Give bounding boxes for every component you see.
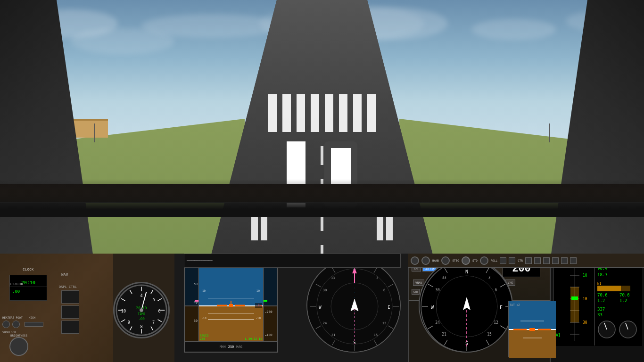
pfd-speed-tape: 80 60 40 30 bbox=[185, 259, 199, 352]
svg-text:1.2: 1.2 bbox=[619, 298, 627, 303]
stb-btn[interactable]: STB bbox=[412, 289, 420, 295]
small-btn-2[interactable] bbox=[509, 257, 515, 264]
pitch-line-5up bbox=[208, 298, 254, 298]
knob-5[interactable] bbox=[480, 256, 488, 265]
svg-text:18.7: 18.7 bbox=[597, 272, 608, 277]
cdu-btn-2[interactable] bbox=[61, 305, 79, 319]
svg-text:6: 6 bbox=[383, 288, 385, 292]
cdu-left bbox=[61, 290, 79, 334]
right-instruments: A/T ARM IAS MACH HDG / TRK 200 360 bbox=[408, 254, 644, 362]
svg-text:6: 6 bbox=[158, 309, 160, 313]
dspl-ctrl-label: DSPL CTRL bbox=[59, 285, 77, 289]
svg-text:1.2: 1.2 bbox=[597, 298, 605, 303]
small-btn-4[interactable] bbox=[534, 257, 541, 264]
svg-text:10: 10 bbox=[121, 309, 126, 313]
pfd: 10 10 -10 -10 bbox=[184, 258, 278, 353]
svg-text:7: 7 bbox=[152, 320, 155, 325]
svg-text:33: 33 bbox=[597, 313, 603, 317]
high-label: HIGH bbox=[29, 316, 35, 319]
svg-text:30: 30 bbox=[583, 321, 587, 325]
svg-rect-125 bbox=[509, 329, 556, 358]
small-btn-1[interactable] bbox=[500, 257, 506, 264]
knob-foot[interactable] bbox=[12, 321, 20, 328]
nav-label: NAV bbox=[61, 273, 68, 277]
knob-3[interactable] bbox=[441, 256, 450, 265]
small-btn-6[interactable] bbox=[552, 257, 559, 264]
svg-rect-112 bbox=[597, 286, 621, 291]
asi-gauge: 4 5 6 7 8 9 10 20.10 TIME .00 bbox=[113, 282, 170, 338]
knob-heater[interactable] bbox=[2, 321, 10, 328]
clock-display: 20:10 bbox=[21, 280, 35, 286]
pitch-line-10up: 10 10 bbox=[208, 292, 254, 292]
std-label: STD bbox=[472, 259, 478, 262]
svg-point-24 bbox=[140, 308, 143, 312]
right-adi: TAT +Z bbox=[508, 301, 555, 357]
tat-display: TAT +Z 98.4 18.7 N1 70.6 1.2 70.6 bbox=[594, 256, 642, 346]
svg-text:70.6: 70.6 bbox=[597, 293, 608, 297]
band-label: BAND bbox=[432, 259, 439, 262]
glareshield-top bbox=[0, 179, 644, 217]
svg-text:E: E bbox=[500, 305, 503, 310]
speed-tape-60: 60 bbox=[194, 282, 198, 286]
small-btn-7[interactable] bbox=[561, 257, 568, 264]
svg-text:30: 30 bbox=[435, 288, 440, 292]
brightness-knob[interactable] bbox=[9, 337, 28, 356]
brightness-label: BRIGHTNESS bbox=[5, 334, 33, 337]
svg-rect-104 bbox=[571, 296, 578, 300]
svg-text:6: 6 bbox=[495, 288, 497, 292]
shoulder-label: SHOULDER bbox=[2, 330, 111, 334]
pfd-mhh-label: MHH bbox=[220, 345, 226, 349]
svg-text:24: 24 bbox=[435, 321, 440, 325]
dashboard: CLOCK 20:10 ET/CHR .00 HEATERS FOOT HIGH bbox=[0, 254, 644, 362]
top-right-panel: BAND STBO STD ROLL CTR bbox=[408, 254, 644, 268]
svg-text:21: 21 bbox=[442, 332, 446, 337]
svg-text:.00: .00 bbox=[138, 317, 145, 321]
svg-text:3: 3 bbox=[488, 276, 491, 280]
knob-2[interactable] bbox=[421, 256, 430, 265]
svg-text:10: 10 bbox=[583, 297, 587, 301]
svg-rect-27 bbox=[229, 304, 233, 307]
et-label: ET/CHR bbox=[10, 282, 23, 286]
svg-text:10: 10 bbox=[583, 273, 587, 278]
pfd-baro: RADIO 250 bbox=[200, 334, 208, 340]
svg-text:15: 15 bbox=[487, 332, 492, 337]
hsi-compass: N E S W 3 6 12 15 21 24 30 33 bbox=[419, 258, 513, 353]
left-instruments: CLOCK 20:10 ET/CHR .00 HEATERS FOOT HIGH bbox=[0, 254, 179, 362]
svg-text:337: 337 bbox=[597, 307, 605, 312]
svg-text:24: 24 bbox=[323, 321, 327, 325]
small-btn-3[interactable] bbox=[525, 257, 532, 264]
pfd-heading-value: 250 bbox=[228, 345, 234, 349]
pfd-alt-tape: 200 -200 -400 bbox=[263, 259, 277, 352]
svg-text:W: W bbox=[431, 305, 434, 310]
center-disp-1: ───────────── bbox=[187, 259, 213, 263]
svg-text:5: 5 bbox=[153, 297, 155, 302]
svg-text:N: N bbox=[465, 269, 468, 274]
small-btn-5[interactable] bbox=[543, 257, 550, 264]
pfd-vspeed-indicator: -0◄ bbox=[255, 303, 262, 308]
foot-label: FOOT bbox=[16, 316, 22, 319]
pfd-baro-display: L 29.92 IN bbox=[245, 337, 262, 340]
cdu-btn-1[interactable] bbox=[61, 290, 79, 304]
cdu-btn-3[interactable] bbox=[61, 321, 79, 334]
knob-1[interactable] bbox=[411, 256, 419, 265]
outside-view bbox=[0, 0, 644, 264]
pitch-line-10dn: -10 -10 bbox=[208, 319, 254, 320]
svg-text:12: 12 bbox=[494, 321, 498, 325]
svg-text:4: 4 bbox=[140, 293, 142, 298]
svg-text:33: 33 bbox=[442, 276, 446, 280]
et-display: .00 bbox=[12, 289, 20, 294]
small-btn-8[interactable] bbox=[570, 257, 577, 264]
sim-container: ACPT CANC RJCT CLOCK 20:10 ET/CHR .00 bbox=[0, 0, 644, 362]
knob-4[interactable] bbox=[462, 256, 470, 265]
alt-bug bbox=[264, 300, 267, 302]
svg-text:70.6: 70.6 bbox=[619, 293, 630, 297]
clock-label: CLOCK bbox=[9, 268, 47, 272]
pfd-heading-strip: MHH 250 MAG bbox=[185, 341, 277, 352]
speed-tape-30: 30 bbox=[194, 319, 198, 323]
svg-text:30: 30 bbox=[323, 288, 327, 292]
nd: N E S W 3 6 12 15 21 24 30 33 bbox=[306, 258, 401, 353]
svg-text:E: E bbox=[388, 305, 390, 310]
switch-high[interactable] bbox=[25, 322, 43, 327]
pfd-mag-label: MAG bbox=[236, 345, 242, 349]
center-instruments: 10 10 -10 -10 bbox=[174, 254, 410, 362]
